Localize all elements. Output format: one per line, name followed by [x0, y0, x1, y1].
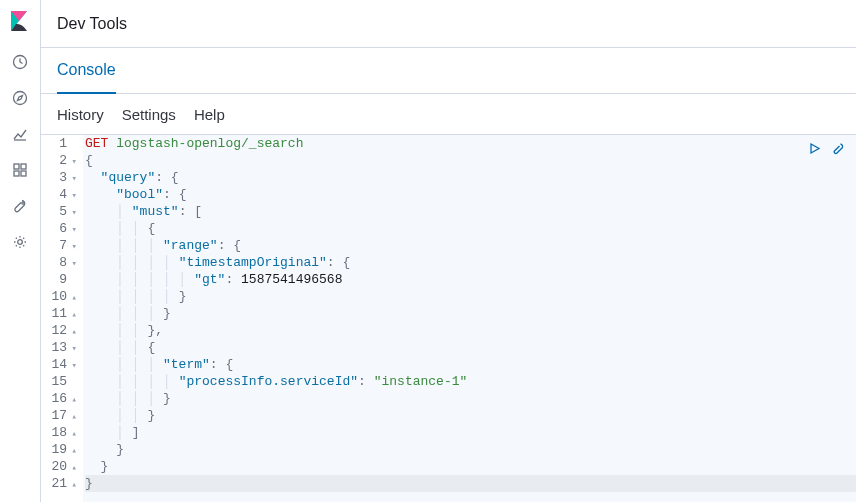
- line-number: 1: [41, 135, 77, 152]
- code-token: {: [147, 340, 155, 355]
- line-number: 5▾: [41, 203, 77, 220]
- visualize-icon[interactable]: [10, 124, 30, 144]
- code-area[interactable]: GET logstash-openlog/_search { "query": …: [83, 135, 856, 502]
- play-icon[interactable]: [806, 140, 822, 156]
- code-token: : {: [210, 357, 233, 372]
- code-token: }: [163, 306, 171, 321]
- line-number: 10▴: [41, 288, 77, 305]
- code-token: "bool": [116, 187, 163, 202]
- settings-link[interactable]: Settings: [122, 106, 176, 123]
- svg-point-7: [18, 240, 23, 245]
- code-token: }: [101, 459, 109, 474]
- kibana-logo[interactable]: [9, 10, 31, 32]
- line-number: 16▴: [41, 390, 77, 407]
- code-token: }: [179, 289, 187, 304]
- code-token: 1587541496568: [241, 272, 342, 287]
- line-number: 2▾: [41, 152, 77, 169]
- code-token: "query": [101, 170, 156, 185]
- svg-point-1: [14, 92, 27, 105]
- code-token: {: [147, 221, 155, 236]
- discover-icon[interactable]: [10, 88, 30, 108]
- svg-rect-5: [21, 171, 26, 176]
- tab-bar: Console: [41, 48, 856, 94]
- editor: 12▾3▾4▾5▾6▾7▾8▾910▴11▴12▴13▾14▾1516▴17▴1…: [41, 134, 856, 502]
- line-number: 12▴: [41, 322, 77, 339]
- code-token: "processInfo.serviceId": [179, 374, 358, 389]
- tab-console[interactable]: Console: [57, 48, 116, 94]
- code-token: ]: [132, 425, 140, 440]
- nav-sidebar: [0, 0, 41, 502]
- code-token: },: [147, 323, 163, 338]
- line-number: 11▴: [41, 305, 77, 322]
- request-path: logstash-openlog/_search: [108, 136, 303, 151]
- line-number: 21▴: [41, 475, 77, 492]
- svg-rect-3: [21, 164, 26, 169]
- help-link[interactable]: Help: [194, 106, 225, 123]
- code-token: }: [85, 476, 93, 491]
- line-number: 4▾: [41, 186, 77, 203]
- page-title: Dev Tools: [57, 15, 127, 33]
- line-number: 13▾: [41, 339, 77, 356]
- line-number: 15: [41, 373, 77, 390]
- line-number: 8▾: [41, 254, 77, 271]
- tab-console-label: Console: [57, 61, 116, 79]
- code-token: "gt": [194, 272, 225, 287]
- line-number: 19▴: [41, 441, 77, 458]
- svg-rect-2: [14, 164, 19, 169]
- console-toolbar: History Settings Help: [41, 94, 856, 134]
- code-token: "must": [132, 204, 179, 219]
- code-token: : {: [155, 170, 178, 185]
- code-token: :: [225, 272, 241, 287]
- line-number: 18▴: [41, 424, 77, 441]
- gutter: 12▾3▾4▾5▾6▾7▾8▾910▴11▴12▴13▾14▾1516▴17▴1…: [41, 135, 83, 502]
- dashboard-icon[interactable]: [10, 160, 30, 180]
- main-content: Dev Tools Console History Settings Help …: [41, 0, 856, 502]
- code-token: }: [163, 391, 171, 406]
- code-token: "instance-1": [374, 374, 468, 389]
- fold-icon[interactable]: ▴: [72, 477, 77, 494]
- recent-icon[interactable]: [10, 52, 30, 72]
- code-token: : [: [179, 204, 202, 219]
- line-number: 7▾: [41, 237, 77, 254]
- code-token: :: [358, 374, 374, 389]
- http-method: GET: [85, 136, 108, 151]
- code-token: {: [85, 153, 93, 168]
- line-number: 6▾: [41, 220, 77, 237]
- line-number: 9: [41, 271, 77, 288]
- code-token: : {: [327, 255, 350, 270]
- code-editor[interactable]: 12▾3▾4▾5▾6▾7▾8▾910▴11▴12▴13▾14▾1516▴17▴1…: [41, 135, 856, 502]
- code-token: }: [116, 442, 124, 457]
- code-token: "term": [163, 357, 210, 372]
- code-token: "timestampOriginal": [179, 255, 327, 270]
- code-token: "range": [163, 238, 218, 253]
- management-icon[interactable]: [10, 232, 30, 252]
- line-number: 17▴: [41, 407, 77, 424]
- line-number: 14▾: [41, 356, 77, 373]
- line-number: 3▾: [41, 169, 77, 186]
- line-number: 20▴: [41, 458, 77, 475]
- svg-point-6: [22, 202, 24, 204]
- wrench-icon[interactable]: [830, 140, 846, 156]
- code-token: : {: [218, 238, 241, 253]
- devtools-icon[interactable]: [10, 196, 30, 216]
- svg-rect-4: [14, 171, 19, 176]
- code-token: }: [147, 408, 155, 423]
- history-link[interactable]: History: [57, 106, 104, 123]
- request-actions: [806, 140, 846, 156]
- page-header: Dev Tools: [41, 0, 856, 48]
- code-token: : {: [163, 187, 186, 202]
